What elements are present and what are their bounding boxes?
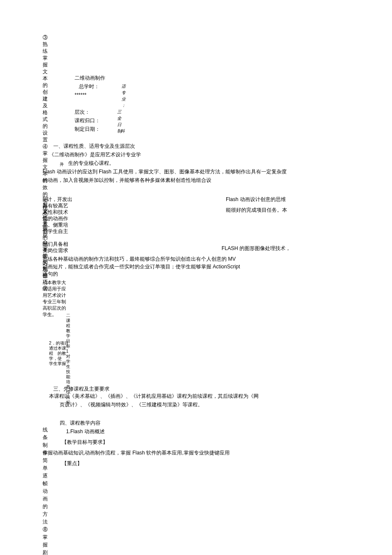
s1-line17: 用艺术设计 [43, 292, 66, 299]
s1-line16b: 纲适用于应 [43, 285, 66, 292]
s1-line10: 养学生自主 [43, 228, 68, 235]
rc1: 适 [121, 83, 126, 90]
course-dept-label: 课程归口： [75, 117, 100, 124]
s1-line1: 《二维动画制作》是应用艺术设计专业学 [49, 151, 141, 158]
s4-title: 四、课程教学内容 [60, 420, 101, 426]
left-column-c: 线条制作简单逐帧动画的方法⑧掌握剧本的编写 [43, 426, 52, 555]
s1-line14: 动画短片，能独立或者合作完成一些实时的企业订单项目；使学生能够掌握 Action… [43, 263, 240, 270]
level-label: 层次： [75, 109, 90, 115]
s1-line5: 计，开发出 [47, 196, 72, 203]
s1-line19: 高职层次的 [43, 305, 66, 311]
s3-line2: 页设计》、《视频编辑与特效》、《三维建模与渲染》等课程。 [60, 401, 203, 408]
s1-line18: 专业三年制 [43, 298, 66, 305]
rc5: 三 [117, 109, 121, 115]
rc3: 业 [121, 96, 126, 103]
s1-line15: 语句的 [43, 270, 58, 277]
rc6: 全 [117, 115, 121, 122]
s1-line2-dash: 并 [60, 161, 64, 168]
s3-line1: 本课程以《美术基础》、《插画》、《计算机应用基础》课程为前续课程，其后续课程为《… [49, 393, 259, 400]
date-label: 制定日期： [75, 126, 100, 132]
rc2: 专 [121, 89, 126, 96]
s1-right2: 能很好的完成项目任务。本 [226, 207, 287, 213]
s1-line20: 学生。 [43, 311, 57, 318]
stars: ****** [75, 92, 86, 98]
s1-line12: 关岗位需求 [43, 247, 68, 254]
s4-sub1: 1.Flash 动画概述 [66, 428, 105, 435]
total-hours-label: 总学时： [79, 83, 99, 90]
s4-line1: 掌握动画基础知识,动画制作流程，掌握 Flash 软件的基本应用,掌握专业快捷键… [43, 449, 230, 456]
s1-line8: 性的动画作 [43, 215, 68, 222]
rc9: 科 [121, 128, 125, 135]
rc4: ： [121, 102, 126, 109]
rc7: 日 [117, 121, 121, 128]
s1-line9: 品。侧重培 [43, 221, 68, 228]
s1-line16a: 成本教学大 [43, 279, 66, 286]
s3-title: 三、先修课程及主要要求 [53, 385, 110, 392]
s1-line13: 熟练各种基础动画的制作方法和技巧，最终能够综合所学知识创造出有个人创意的 MV [43, 256, 236, 262]
s1-line2: 生的专业核心课程。 [68, 160, 114, 167]
s1-line3: Flash 动画设计的应达到 Flash 工具使用，掌握文字、图形、图像基本处理… [43, 168, 287, 175]
s4-label2: 【重点】 [62, 460, 82, 467]
s1-line6: 具有较高艺 [43, 202, 68, 209]
s1-line4: 的动画，加入音视频并加以控制，并能够将各种多媒体素材创造性地组合设 [43, 177, 211, 184]
s1-right1: Flash 动画设计创意的思维 [226, 196, 286, 203]
section1-title: 一、课程性质、适用专业及生源层次 [53, 143, 135, 150]
s1-right3: FLASH 的图形图像处理技术， [222, 245, 291, 252]
s2-sub: 2．的项目 通过本课程 的教学，使 学生掌握 [49, 341, 69, 366]
s1-line7: 术性和技术 [43, 209, 68, 216]
s4-label1: 【教学目标与要求】 [62, 439, 108, 446]
doc-title: 二维动画制作 [75, 75, 105, 81]
s1-line11: 他们具备相 [43, 241, 68, 247]
